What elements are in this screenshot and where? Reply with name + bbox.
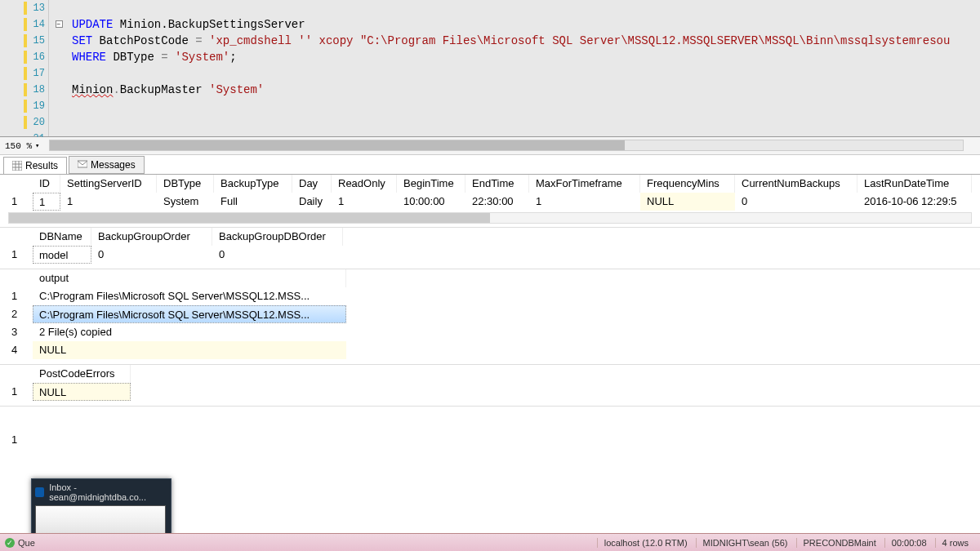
line-number: 13 (33, 2, 45, 14)
line-number: 14 (33, 19, 45, 30)
row-number[interactable]: 1 (0, 431, 33, 449)
cell[interactable]: 0 (91, 246, 212, 264)
success-icon: ✓ (5, 538, 15, 548)
results-tabs: Results Messages (0, 155, 980, 175)
column-header[interactable]: LastRunDateTime (858, 175, 972, 193)
column-header[interactable]: BackupGroupOrder (91, 228, 212, 246)
keyword: UPDATE (72, 18, 113, 31)
cell[interactable]: 22:30:00 (466, 193, 529, 211)
message-icon (78, 160, 87, 170)
editor-hscrollbar[interactable] (49, 140, 964, 151)
cell[interactable]: 1 (33, 193, 60, 211)
zoom-dropdown-icon[interactable]: ▾ (35, 141, 39, 150)
cell[interactable]: 10:00:00 (397, 193, 466, 211)
status-server: localhost (12.0 RTM) (597, 538, 694, 548)
status-rows: 4 rows (935, 538, 975, 548)
cell[interactable]: System (157, 193, 214, 211)
cell[interactable]: NULL (33, 383, 131, 401)
row-number[interactable]: 1 (0, 287, 33, 305)
line-gutter: 13 14 15 16 17 18 19 20 21 (0, 0, 49, 136)
code-text: Minion.BackupSettingsServer (113, 18, 305, 31)
keyword: WHERE (72, 51, 106, 64)
column-header[interactable]: ID (33, 175, 60, 193)
tab-results[interactable]: Results (3, 157, 67, 174)
row-number[interactable]: 3 (0, 323, 33, 341)
column-header[interactable]: output (33, 269, 346, 287)
column-header[interactable]: EndTime (466, 175, 529, 193)
cell[interactable]: C:\Program Files\Microsoft SQL Server\MS… (33, 287, 346, 305)
cell[interactable]: NULL (640, 193, 735, 211)
column-header[interactable]: BeginTime (397, 175, 466, 193)
code-text: DBType (106, 51, 161, 64)
line-number: 15 (33, 35, 45, 47)
row-number[interactable]: 4 (0, 341, 33, 359)
status-query-text: Que (18, 538, 35, 548)
zoom-toolbar: 150 % ▾ (0, 137, 980, 155)
code-text: Minion (72, 83, 113, 96)
column-header[interactable]: FrequencyMins (640, 175, 735, 193)
cell[interactable]: model (33, 246, 91, 264)
cell[interactable]: Daily (292, 193, 332, 211)
tab-label: Results (25, 160, 58, 171)
operator: = (161, 51, 167, 64)
cell[interactable]: 1 (60, 193, 157, 211)
result-grid-2[interactable]: DBName BackupGroupOrder BackupGroupDBOrd… (0, 228, 980, 269)
status-database: PRECONDBMaint (796, 538, 883, 548)
result-grid-4[interactable]: PostCodeErrors 1 NULL (0, 365, 980, 407)
grid-hscrollbar[interactable] (8, 212, 972, 224)
grid-icon (12, 161, 22, 171)
cell[interactable]: NULL (33, 341, 346, 359)
status-bar: ✓ Que localhost (12.0 RTM) MIDNIGHT\sean… (0, 533, 980, 551)
zoom-level[interactable]: 150 % (5, 141, 32, 151)
row-number[interactable]: 2 (0, 305, 33, 323)
line-number: 17 (33, 68, 45, 79)
row-number[interactable]: 1 (0, 193, 33, 211)
cell[interactable]: 1 (332, 193, 397, 211)
collapse-toggle-icon[interactable]: − (56, 20, 63, 28)
line-number: 16 (33, 51, 45, 63)
string-literal: 'System' (168, 51, 230, 64)
outlook-icon (35, 487, 44, 497)
column-header[interactable]: DBType (157, 175, 214, 193)
column-header[interactable]: PostCodeErrors (33, 365, 131, 383)
cell[interactable]: 0 (735, 193, 858, 211)
collapse-gutter[interactable]: − (54, 0, 64, 28)
cell[interactable]: Full (214, 193, 292, 211)
string-literal: 'System' (209, 83, 264, 96)
result-grid-5[interactable]: 1 (0, 407, 980, 449)
row-number[interactable]: 1 (0, 383, 33, 401)
tab-label: Messages (91, 159, 136, 171)
column-header[interactable]: CurrentNumBackups (735, 175, 858, 193)
column-header[interactable]: BackupType (214, 175, 292, 193)
code-text: BackupMaster (120, 83, 209, 96)
taskbar-preview-title: Inbox - sean@midnightdba.co... (49, 482, 167, 502)
cell[interactable]: C:\Program Files\Microsoft SQL Server\MS… (33, 305, 346, 323)
result-grid-3[interactable]: output 1 C:\Program Files\Microsoft SQL … (0, 269, 980, 365)
row-number[interactable]: 1 (0, 246, 33, 264)
cell[interactable]: 2016-10-06 12:29:5 (858, 193, 972, 211)
column-header[interactable]: SettingServerID (60, 175, 157, 193)
cell[interactable]: 2 File(s) copied (33, 323, 346, 341)
code-editor: 13 14 15 16 17 18 19 20 21 − UPDATE Mini… (0, 0, 980, 137)
column-header[interactable]: Day (292, 175, 332, 193)
line-number: 20 (33, 117, 45, 128)
operator: = (195, 34, 202, 47)
keyword: SET (72, 34, 92, 47)
column-header[interactable]: DBName (33, 228, 91, 246)
cell[interactable]: 1 (529, 193, 640, 211)
line-number: 18 (33, 84, 45, 96)
line-number: 19 (33, 100, 45, 112)
code-text-area[interactable]: UPDATE Minion.BackupSettingsServer SET B… (49, 0, 980, 136)
column-header[interactable]: BackupGroupDBOrder (212, 228, 343, 246)
status-elapsed: 00:00:08 (884, 538, 933, 548)
code-text: BatchPostCode (92, 34, 195, 47)
tab-messages[interactable]: Messages (69, 156, 145, 174)
column-header[interactable]: MaxForTimeframe (529, 175, 640, 193)
status-user: MIDNIGHT\sean (56) (696, 538, 795, 548)
code-text: ; (229, 51, 236, 64)
svg-rect-0 (12, 161, 22, 171)
column-header[interactable]: ReadOnly (332, 175, 397, 193)
cell[interactable]: 0 (212, 246, 343, 264)
operator: . (113, 83, 119, 96)
result-grid-1[interactable]: ID SettingServerID DBType BackupType Day… (0, 175, 980, 228)
